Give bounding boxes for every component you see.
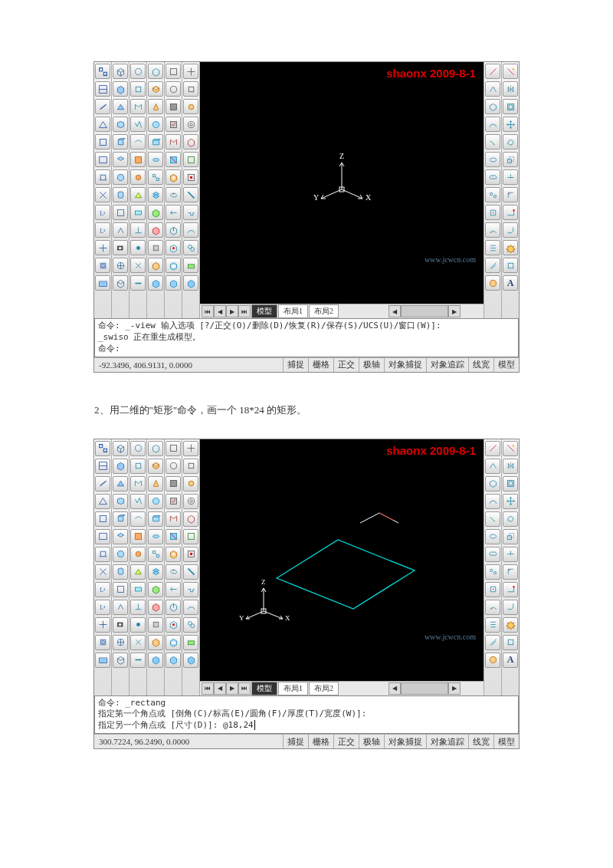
tool-icon[interactable]: [166, 240, 181, 255]
fillet-icon[interactable]: [503, 600, 518, 615]
tool-icon[interactable]: L²: [95, 205, 110, 220]
nav-next-icon[interactable]: ▶: [226, 682, 238, 695]
camera-icon[interactable]: [113, 617, 128, 633]
tool-icon[interactable]: [183, 169, 198, 185]
tool-icon[interactable]: [130, 152, 146, 167]
text-icon[interactable]: A: [503, 275, 518, 291]
tool-icon[interactable]: [166, 64, 181, 79]
tool-icon[interactable]: [166, 459, 181, 474]
tool-icon[interactable]: [183, 134, 198, 150]
tool-icon[interactable]: [95, 258, 110, 273]
rotate-icon[interactable]: [503, 134, 518, 150]
tool-icon[interactable]: [166, 600, 181, 615]
scroll-left-icon[interactable]: ◀: [388, 682, 401, 695]
nav-prev-icon[interactable]: ◀: [214, 682, 226, 695]
tool-icon[interactable]: [503, 187, 518, 202]
cylinder-icon[interactable]: [113, 187, 128, 202]
offset-icon[interactable]: [503, 476, 518, 492]
tool-icon[interactable]: [485, 511, 500, 527]
tool-icon[interactable]: [95, 529, 110, 544]
tool-icon[interactable]: [183, 547, 198, 562]
nav-first-icon[interactable]: ⏮: [202, 305, 214, 317]
cube-icon[interactable]: [113, 653, 128, 668]
box-icon[interactable]: [113, 494, 128, 509]
tab-layout2[interactable]: 布局2: [309, 304, 339, 318]
tool-icon[interactable]: [130, 582, 146, 597]
polygon-icon[interactable]: [485, 99, 500, 114]
scroll-left-icon[interactable]: ◀: [388, 305, 401, 317]
box-icon[interactable]: [113, 511, 128, 527]
status-ortho[interactable]: 正交: [333, 358, 359, 372]
tool-icon[interactable]: [95, 187, 110, 202]
tool-icon[interactable]: [503, 258, 518, 273]
tool-icon[interactable]: [166, 169, 181, 185]
tool-icon[interactable]: [148, 187, 163, 202]
box-icon[interactable]: [113, 152, 128, 167]
tab-layout2[interactable]: 布局2: [309, 682, 339, 695]
status-osnap[interactable]: 对象捕捉: [384, 358, 426, 372]
box-icon[interactable]: [113, 459, 128, 474]
command-window[interactable]: 命令: _rectang 指定第一个角点或 [倒角(C)/标高(E)/圆角(F)…: [94, 695, 519, 735]
tool-icon[interactable]: [130, 258, 146, 273]
fillet-icon[interactable]: [503, 222, 518, 238]
tool-icon[interactable]: [130, 494, 146, 509]
tool-icon[interactable]: [148, 258, 163, 273]
status-otrack[interactable]: 对象追踪: [426, 735, 468, 748]
tool-icon[interactable]: [113, 258, 128, 273]
tool-icon[interactable]: [485, 600, 500, 615]
tool-icon[interactable]: [485, 134, 500, 150]
tool-icon[interactable]: L³: [95, 600, 110, 615]
tool-icon[interactable]: [183, 441, 198, 456]
viewport[interactable]: shaonx 2009-8-1: [200, 439, 484, 681]
tool-icon[interactable]: [148, 547, 163, 562]
scroll-right-icon[interactable]: ▶: [448, 682, 461, 695]
tool-icon[interactable]: [183, 99, 198, 114]
tool-icon[interactable]: [183, 600, 198, 615]
tool-icon[interactable]: [148, 275, 163, 291]
tool-icon[interactable]: [183, 529, 198, 544]
tool-icon[interactable]: [130, 134, 146, 150]
status-polar[interactable]: 极轴: [359, 735, 384, 748]
status-ortho[interactable]: 正交: [333, 735, 359, 748]
viewport[interactable]: shaonx 2009-8-1 Z X Y www.jcwcn.com: [200, 62, 484, 304]
scale-icon[interactable]: [503, 152, 518, 167]
tool-icon[interactable]: [148, 205, 163, 220]
tool-icon[interactable]: [148, 441, 163, 456]
tool-icon[interactable]: [148, 564, 163, 580]
tool-icon[interactable]: [503, 64, 518, 79]
tool-icon[interactable]: [130, 635, 146, 650]
tool-icon[interactable]: [113, 222, 128, 238]
tool-icon[interactable]: [485, 187, 500, 202]
tool-icon[interactable]: [166, 582, 181, 597]
status-snap[interactable]: 捕捉: [283, 735, 308, 748]
cube-icon[interactable]: [113, 275, 128, 291]
tool-icon[interactable]: [183, 476, 198, 492]
mirror-icon[interactable]: [503, 459, 518, 474]
tool-icon[interactable]: [148, 117, 163, 132]
tool-icon[interactable]: [166, 152, 181, 167]
nav-last-icon[interactable]: ⏭: [238, 682, 251, 695]
tool-icon[interactable]: [166, 117, 181, 132]
tool-icon[interactable]: [148, 600, 163, 615]
tool-icon[interactable]: [95, 494, 110, 509]
tool-icon[interactable]: [95, 99, 110, 114]
tool-icon[interactable]: [113, 635, 128, 650]
arc-icon[interactable]: [485, 494, 500, 509]
line-icon[interactable]: [485, 441, 500, 456]
line-icon[interactable]: [485, 64, 500, 79]
tool-icon[interactable]: [148, 653, 163, 668]
tool-icon[interactable]: [166, 653, 181, 668]
tool-icon[interactable]: [130, 529, 146, 544]
status-lwt[interactable]: 线宽: [468, 358, 493, 372]
tool-icon[interactable]: [148, 635, 163, 650]
tool-icon[interactable]: [148, 152, 163, 167]
tool-icon[interactable]: [485, 564, 500, 580]
tab-layout1[interactable]: 布局1: [278, 304, 308, 318]
tool-icon[interactable]: [166, 476, 181, 492]
tool-icon[interactable]: [130, 275, 146, 291]
tool-icon[interactable]: [130, 187, 146, 202]
tool-icon[interactable]: [166, 529, 181, 544]
tool-icon[interactable]: [183, 617, 198, 633]
cylinder-icon[interactable]: [113, 564, 128, 580]
tool-icon[interactable]: [183, 152, 198, 167]
